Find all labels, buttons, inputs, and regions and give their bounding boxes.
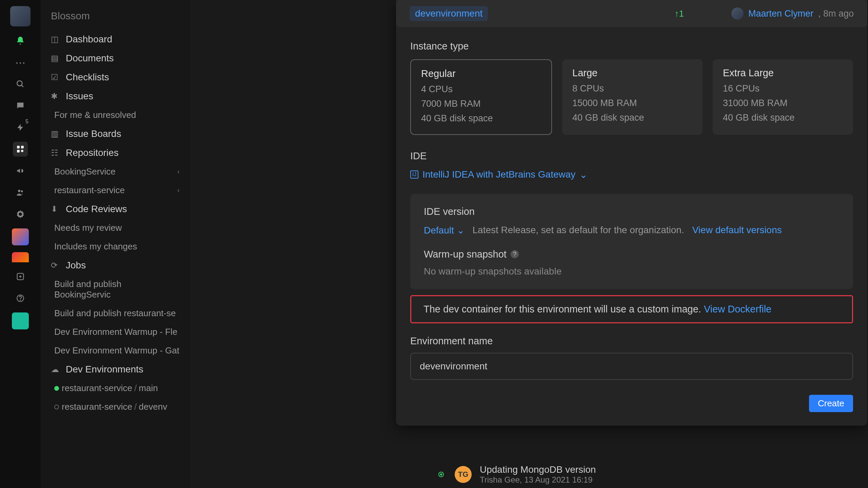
nav-jobs[interactable]: ⟳Jobs xyxy=(41,256,190,275)
ide-version-desc: Latest Release, set as default for the o… xyxy=(473,225,684,236)
icon-rail: ⋯ 5 xyxy=(0,0,41,488)
svg-line-1 xyxy=(21,85,23,87)
status-dot-empty xyxy=(54,405,59,409)
search-icon[interactable] xyxy=(13,77,28,92)
commit-msg: Updating MongoDB version xyxy=(480,464,596,475)
notifications-icon[interactable] xyxy=(13,33,28,48)
add-workspace-icon[interactable] xyxy=(13,269,28,284)
svg-rect-3 xyxy=(21,146,24,148)
author-time: , 8m ago xyxy=(818,8,854,19)
apps-icon[interactable] xyxy=(13,142,28,157)
nav-repo-restaurant[interactable]: restaurant-service‹ xyxy=(41,181,190,200)
chevron-left-icon: ‹ xyxy=(177,167,180,176)
svg-rect-2 xyxy=(17,146,20,148)
env-name-section: Environment name xyxy=(396,336,867,380)
branch-tag[interactable]: devenvironment xyxy=(410,6,488,21)
instance-type-label: Instance type xyxy=(410,41,853,52)
chat-icon[interactable] xyxy=(13,98,28,113)
status-dot-green xyxy=(54,386,59,391)
intellij-icon: IJ xyxy=(410,170,418,179)
nav-env-2[interactable]: restaurant-service/devenv xyxy=(41,398,190,416)
commit-graph-dot xyxy=(439,472,443,476)
author-name[interactable]: Maarten Clymer xyxy=(748,8,813,19)
author-info: Maarten Clymer , 8m ago xyxy=(731,7,854,20)
settings-icon[interactable] xyxy=(13,207,28,222)
nav-needs-review[interactable]: Needs my review xyxy=(41,219,190,237)
author-avatar xyxy=(731,7,744,20)
view-versions-link[interactable]: View default versions xyxy=(692,225,782,236)
svg-point-5 xyxy=(18,190,20,192)
nav-job-3[interactable]: Dev Environment Warmup - Fle xyxy=(41,323,190,341)
workspace-icon-1[interactable] xyxy=(12,228,29,245)
instance-regular[interactable]: Regular 4 CPUs 7000 MB RAM 40 GB disk sp… xyxy=(410,59,552,135)
nav-issue-boards[interactable]: ▥Issue Boards xyxy=(41,124,190,143)
help-icon[interactable]: ? xyxy=(511,250,519,258)
ide-version-dropdown[interactable]: Default ⌄ xyxy=(424,225,465,236)
ide-selector[interactable]: IJ IntelliJ IDEA with JetBrains Gateway … xyxy=(410,169,587,180)
instance-xlarge[interactable]: Extra Large 16 CPUs 31000 MB RAM 40 GB d… xyxy=(713,59,853,135)
no-warmup-text: No warm-up snapshots available xyxy=(424,266,840,277)
chevron-down-icon: ⌄ xyxy=(579,169,587,180)
nav-dev-envs[interactable]: ☁Dev Environments xyxy=(41,360,190,379)
ide-config-box: IDE version Default ⌄ Latest Release, se… xyxy=(410,194,853,289)
env-name-label: Environment name xyxy=(410,336,853,347)
nav-issues[interactable]: ✱Issues xyxy=(41,87,190,106)
sidebar: Blossom ◫Dashboard ▤Documents ☑Checklist… xyxy=(41,0,190,488)
nav-job-4[interactable]: Dev Environment Warmup - Gat xyxy=(41,341,190,360)
workspace-icon-teal[interactable] xyxy=(12,312,29,329)
more-icon[interactable]: ⋯ xyxy=(13,55,28,70)
nav-checklists[interactable]: ☑Checklists xyxy=(41,68,190,87)
svg-point-6 xyxy=(21,190,23,192)
workspace-icon-2[interactable] xyxy=(12,252,29,262)
nav-job-1[interactable]: Build and publish BookingServic xyxy=(41,275,190,304)
help-icon[interactable] xyxy=(13,291,28,306)
ide-version-label: IDE version xyxy=(424,206,840,217)
bolt-badge: 5 xyxy=(25,119,28,125)
ide-label: IDE xyxy=(410,150,853,162)
user-avatar[interactable] xyxy=(10,6,31,26)
dockerfile-notice: The dev container for this environment w… xyxy=(410,295,853,323)
modal-header-row: devenvironment ↑1 Maarten Clymer , 8m ag… xyxy=(396,0,867,27)
project-name: Blossom xyxy=(41,10,190,30)
instance-type-cards: Regular 4 CPUs 7000 MB RAM 40 GB disk sp… xyxy=(410,59,853,135)
nav-code-reviews[interactable]: ⬇Code Reviews xyxy=(41,200,190,219)
svg-rect-4 xyxy=(17,150,20,152)
instance-large[interactable]: Large 8 CPUs 15000 MB RAM 40 GB disk spa… xyxy=(562,59,703,135)
chevron-left-icon: ‹ xyxy=(177,186,180,195)
svg-point-0 xyxy=(17,81,22,86)
env-name-input[interactable] xyxy=(410,353,853,380)
warmup-label: Warm-up snapshot ? xyxy=(424,249,840,260)
team-icon[interactable] xyxy=(13,185,28,200)
main-area: Settings Open in IDE Clone... Filter by … xyxy=(190,0,868,488)
create-button[interactable]: Create xyxy=(809,395,853,412)
nav-repo-booking[interactable]: BookingService‹ xyxy=(41,162,190,181)
nav-repositories[interactable]: ☷Repositories xyxy=(41,143,190,162)
bolt-icon[interactable]: 5 xyxy=(13,120,28,135)
svg-point-11 xyxy=(20,300,20,300)
commit-row[interactable]: TG Updating MongoDB version Trisha Gee, … xyxy=(439,464,596,485)
commit-avatar: TG xyxy=(455,466,472,483)
nav-documents[interactable]: ▤Documents xyxy=(41,49,190,68)
nav-issues-filter[interactable]: For me & unresolved xyxy=(41,106,190,124)
create-dev-env-modal: devenvironment ↑1 Maarten Clymer , 8m ag… xyxy=(396,0,867,426)
commit-author-date: Trisha Gee, 13 Aug 2021 16:19 xyxy=(480,475,596,485)
nav-dashboard[interactable]: ◫Dashboard xyxy=(41,30,190,49)
nav-job-2[interactable]: Build and publish restaurant-se xyxy=(41,304,190,323)
nav-my-changes[interactable]: Includes my changes xyxy=(41,237,190,256)
nav-env-1[interactable]: restaurant-service/main xyxy=(41,379,190,398)
commits-ahead: ↑1 xyxy=(674,8,684,19)
megaphone-icon[interactable] xyxy=(13,163,28,178)
chevron-down-icon: ⌄ xyxy=(457,225,465,236)
view-dockerfile-link[interactable]: View Dockerfile xyxy=(704,304,771,314)
